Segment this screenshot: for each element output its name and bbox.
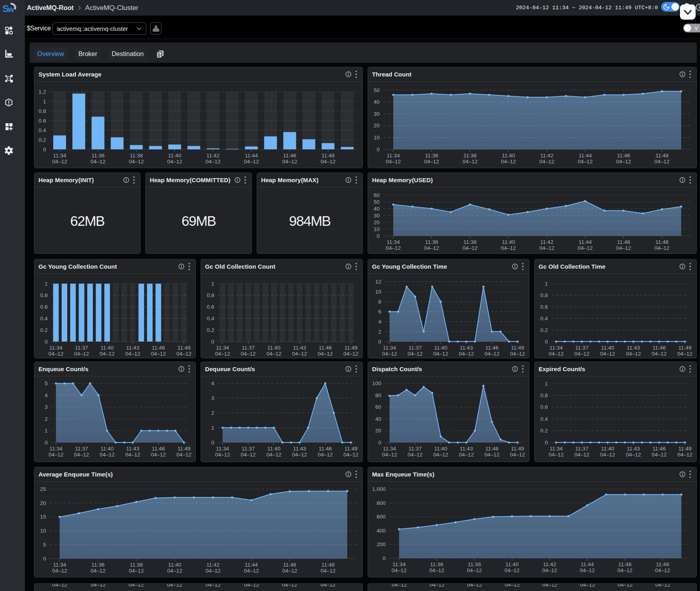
svg-text:0.8: 0.8 (207, 292, 214, 298)
svg-text:1: 1 (545, 381, 548, 387)
svg-text:04–12: 04–12 (678, 452, 693, 458)
svg-text:04–12: 04–12 (177, 351, 192, 357)
svg-text:10: 10 (40, 528, 46, 534)
svg-text:0.8: 0.8 (540, 292, 548, 298)
svg-text:11:40: 11:40 (601, 446, 614, 452)
svg-text:11:34: 11:34 (53, 153, 66, 159)
svg-text:0: 0 (545, 440, 548, 446)
svg-text:04–12: 04–12 (459, 452, 474, 458)
svg-text:11:36: 11:36 (91, 153, 105, 159)
svg-text:04–12: 04–12 (574, 452, 589, 458)
svg-text:11:46: 11:46 (617, 239, 630, 245)
svg-text:0.6: 0.6 (38, 118, 46, 124)
svg-text:11:40: 11:40 (268, 446, 281, 452)
svg-text:80: 80 (375, 392, 381, 398)
svg-text:0.2: 0.2 (540, 428, 548, 434)
svg-text:0: 0 (44, 339, 48, 345)
svg-text:04–12: 04–12 (344, 452, 359, 458)
svg-text:11:46: 11:46 (152, 446, 165, 452)
svg-text:04–12: 04–12 (578, 245, 593, 251)
svg-text:11:40: 11:40 (434, 345, 447, 351)
svg-text:12: 12 (375, 279, 381, 285)
svg-text:11:43: 11:43 (627, 345, 640, 351)
svg-text:100: 100 (372, 380, 381, 386)
svg-text:04–12: 04–12 (578, 159, 593, 165)
svg-text:04–12: 04–12 (282, 159, 298, 165)
svg-text:40: 40 (374, 206, 380, 212)
svg-text:0: 0 (545, 339, 548, 345)
svg-text:200: 200 (376, 541, 386, 547)
svg-text:04–12: 04–12 (244, 568, 259, 574)
svg-text:400: 400 (376, 528, 386, 534)
svg-text:2: 2 (44, 416, 48, 422)
svg-text:1,000: 1,000 (372, 486, 386, 492)
svg-text:04–12: 04–12 (167, 159, 182, 165)
svg-text:0.8: 0.8 (38, 108, 46, 114)
svg-text:11:34: 11:34 (383, 446, 396, 452)
svg-text:04–12: 04–12 (678, 351, 693, 357)
svg-text:04–12: 04–12 (510, 452, 525, 458)
svg-text:04–12: 04–12 (48, 351, 64, 357)
svg-text:11:37: 11:37 (75, 446, 88, 452)
svg-text:11:43: 11:43 (293, 345, 306, 351)
svg-text:4: 4 (211, 380, 214, 386)
svg-text:40: 40 (375, 416, 381, 422)
svg-text:0.2: 0.2 (40, 327, 48, 333)
svg-text:11:49: 11:49 (678, 446, 692, 452)
svg-text:11:46: 11:46 (283, 562, 296, 568)
svg-text:11:43: 11:43 (627, 446, 640, 452)
svg-text:04–12: 04–12 (616, 159, 631, 165)
svg-text:04–12: 04–12 (652, 351, 667, 357)
svg-text:11:42: 11:42 (543, 561, 556, 567)
svg-text:600: 600 (376, 514, 386, 520)
svg-text:11:40: 11:40 (268, 345, 281, 351)
svg-text:04–12: 04–12 (205, 568, 221, 574)
svg-text:04–12: 04–12 (241, 351, 256, 357)
svg-text:50: 50 (374, 87, 380, 93)
svg-text:11:42: 11:42 (207, 562, 220, 568)
svg-text:11:38: 11:38 (130, 153, 143, 159)
svg-text:0: 0 (378, 440, 381, 446)
svg-text:04–12: 04–12 (74, 452, 89, 458)
svg-text:04–12: 04–12 (244, 159, 259, 165)
svg-text:0: 0 (376, 147, 380, 153)
svg-text:04–12: 04–12 (433, 452, 449, 458)
svg-text:04–12: 04–12 (600, 452, 616, 458)
svg-text:20: 20 (375, 428, 381, 434)
svg-text:1: 1 (211, 281, 214, 287)
svg-text:1: 1 (211, 425, 214, 431)
svg-text:04–12: 04–12 (654, 245, 670, 251)
svg-text:11:43: 11:43 (460, 446, 473, 452)
svg-text:11:37: 11:37 (75, 345, 88, 351)
svg-text:04–12: 04–12 (505, 567, 520, 573)
svg-text:11:34: 11:34 (49, 446, 62, 452)
svg-text:04–12: 04–12 (125, 351, 141, 357)
svg-text:11:34: 11:34 (387, 239, 400, 245)
svg-text:04–12: 04–12 (318, 351, 333, 357)
svg-text:04–12: 04–12 (549, 452, 564, 458)
svg-text:11:36: 11:36 (430, 561, 443, 567)
svg-text:11:49: 11:49 (177, 345, 191, 351)
svg-text:04–12: 04–12 (292, 452, 307, 458)
svg-text:50: 50 (374, 199, 380, 205)
svg-text:20: 20 (40, 500, 46, 506)
svg-text:11:37: 11:37 (241, 446, 255, 452)
svg-text:04–12: 04–12 (463, 245, 478, 251)
svg-text:04–12: 04–12 (501, 159, 516, 165)
svg-text:04–12: 04–12 (467, 567, 482, 573)
svg-text:11:46: 11:46 (319, 345, 332, 351)
svg-text:11:43: 11:43 (293, 446, 306, 452)
svg-text:40: 40 (374, 99, 380, 105)
svg-text:11:38: 11:38 (463, 239, 477, 245)
svg-text:V: V (694, 25, 698, 31)
svg-text:11:40: 11:40 (502, 239, 515, 245)
svg-text:0: 0 (382, 555, 386, 561)
svg-text:3: 3 (211, 395, 214, 401)
svg-text:0: 0 (376, 233, 380, 239)
svg-text:60: 60 (374, 192, 380, 198)
svg-text:10: 10 (374, 226, 380, 232)
svg-text:11:49: 11:49 (344, 345, 358, 351)
svg-text:11:44: 11:44 (245, 562, 258, 568)
svg-text:0.2: 0.2 (38, 137, 46, 143)
svg-text:04–12: 04–12 (386, 245, 401, 251)
